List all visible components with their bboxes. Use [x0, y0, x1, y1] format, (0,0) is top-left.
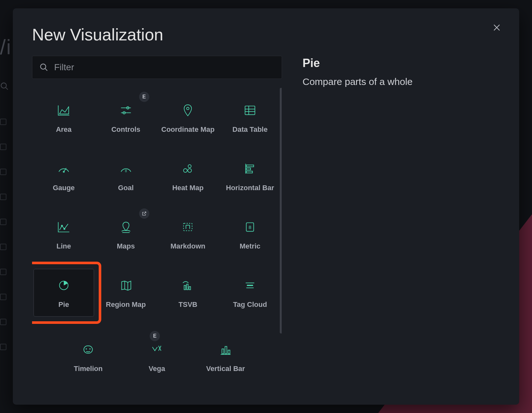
svg-line-5	[45, 69, 47, 71]
viz-item-heat-map[interactable]: Heat Map	[158, 152, 219, 200]
viz-item-label: Markdown	[170, 242, 205, 251]
viz-item-pie[interactable]: Pie	[33, 269, 94, 317]
viz-item-gauge[interactable]: Gauge	[33, 152, 94, 200]
viz-item-data-table[interactable]: Data Table	[220, 94, 280, 142]
viz-item-markdown[interactable]: Markdown	[158, 210, 219, 258]
viz-item-label: Data Table	[232, 125, 268, 134]
gauge-icon	[56, 160, 71, 178]
viz-item-coordinate-map[interactable]: Coordinate Map	[158, 94, 219, 142]
viz-item-label: TSVB	[179, 300, 197, 309]
controls-icon	[119, 101, 133, 119]
viz-item-label: Vega	[149, 364, 165, 373]
timelion-icon	[81, 341, 96, 358]
horizontal-bar-icon	[243, 160, 257, 178]
markdown-icon	[180, 218, 195, 236]
viz-item-label: Tag Cloud	[233, 300, 267, 309]
filter-box[interactable]	[32, 56, 282, 79]
svg-point-4	[41, 64, 46, 69]
viz-item-label: Heat Map	[172, 183, 204, 192]
viz-item-label: Metric	[240, 242, 261, 251]
viz-item-label: Region Map	[106, 300, 146, 309]
modal-title: New Visualization	[32, 25, 500, 44]
viz-item-label: Vertical Bar	[206, 364, 245, 373]
goal-icon	[119, 160, 133, 178]
viz-item-label: Controls	[111, 125, 140, 134]
viz-item-timelion[interactable]: Timelion	[72, 333, 104, 381]
viz-item-horizontal-bar[interactable]: Horizontal Bar	[220, 152, 280, 200]
viz-item-region-map[interactable]: Region Map	[96, 269, 156, 317]
coordinate-map-icon	[180, 101, 195, 119]
viz-item-label: Coordinate Map	[161, 125, 214, 134]
data-table-icon	[243, 101, 257, 119]
viz-item-label: Pie	[58, 300, 69, 309]
viz-item-tsvb[interactable]: TSVB	[158, 269, 219, 317]
viz-item-label: Line	[56, 242, 71, 251]
new-visualization-modal: New Visualization AreaControlsECoordinat…	[13, 8, 519, 405]
viz-item-label: Goal	[118, 183, 134, 192]
background-text: /i	[0, 35, 12, 59]
detail-title: Pie	[303, 56, 500, 70]
experimental-badge: E	[139, 92, 149, 102]
heat-map-icon	[180, 160, 195, 178]
external-link-badge	[139, 208, 149, 219]
metric-icon	[243, 218, 257, 236]
viz-item-metric[interactable]: Metric	[220, 210, 280, 258]
close-icon	[493, 23, 501, 32]
background-checkboxes	[0, 119, 6, 369]
viz-item-goal[interactable]: Goal	[96, 152, 156, 200]
filter-input[interactable]	[54, 62, 275, 72]
region-map-icon	[119, 276, 133, 294]
viz-item-label: Gauge	[53, 183, 75, 192]
svg-line-1	[6, 88, 8, 90]
viz-item-vega[interactable]: VegaE	[147, 333, 167, 381]
detail-description: Compare parts of a whole	[303, 76, 500, 87]
viz-item-label: Horizontal Bar	[226, 183, 274, 192]
vertical-bar-icon	[218, 341, 233, 358]
experimental-badge: E	[150, 331, 160, 341]
vega-icon	[149, 341, 164, 358]
detail-panel: Pie Compare parts of a whole	[297, 56, 500, 387]
close-button[interactable]	[490, 21, 503, 34]
viz-item-line[interactable]: Line	[33, 210, 94, 258]
viz-item-maps[interactable]: Maps	[96, 210, 156, 258]
pie-icon	[56, 276, 71, 294]
area-icon	[56, 101, 71, 119]
svg-point-0	[1, 83, 6, 88]
line-icon	[56, 218, 71, 236]
background-search-icon	[0, 82, 9, 91]
viz-item-controls[interactable]: ControlsE	[96, 94, 156, 142]
viz-item-label: Timelion	[74, 364, 103, 373]
maps-icon	[119, 218, 133, 236]
viz-item-area[interactable]: Area	[33, 94, 94, 142]
search-icon	[39, 63, 48, 72]
viz-item-label: Maps	[117, 242, 135, 251]
tag-cloud-icon	[243, 276, 257, 294]
viz-item-label: Area	[56, 125, 71, 134]
tsvb-icon	[180, 276, 195, 294]
viz-item-vertical-bar[interactable]: Vertical Bar	[204, 333, 247, 381]
viz-grid-wrap: AreaControlsECoordinate MapData TableGau…	[32, 88, 282, 387]
viz-item-tag-cloud[interactable]: Tag Cloud	[220, 269, 280, 317]
